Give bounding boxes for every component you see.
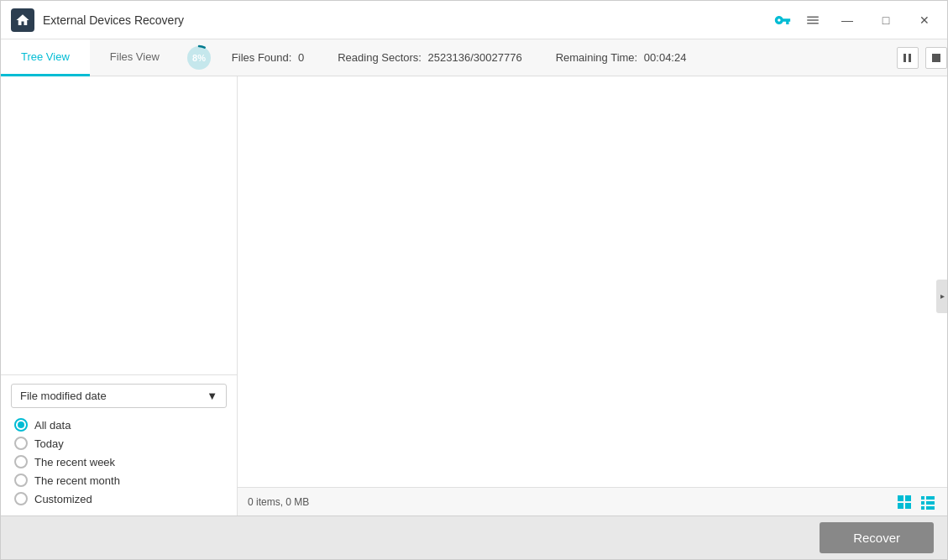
title-bar: External Devices Recovery — □ ✕ [1,1,947,39]
filter-option-today[interactable]: Today [14,437,223,450]
svg-rect-12 [921,501,924,505]
filter-option-all-data[interactable]: All data [14,418,223,432]
svg-rect-6 [898,495,903,501]
maximize-button[interactable]: □ [873,8,898,33]
radio-all-data [14,418,28,432]
radio-customized [14,492,28,505]
svg-rect-9 [905,503,911,509]
tab-files-view[interactable]: Files View [90,39,180,76]
collapse-panel-button[interactable]: ▸ [936,280,947,313]
window-title: External Devices Recovery [43,13,774,27]
close-button[interactable]: ✕ [912,8,937,33]
radio-today [14,437,28,450]
remaining-time: Remaining Time: 00:04:24 [556,51,687,64]
progress-indicator: 8% [180,42,218,74]
filter-option-customized[interactable]: Customized [14,492,223,505]
radio-recent-week [14,455,28,468]
footer: Recover [1,516,947,559]
left-panel: File modified date ▼ All data Today The [1,76,238,516]
svg-rect-14 [921,506,924,510]
minimize-button[interactable]: — [835,8,860,33]
svg-rect-3 [903,54,906,62]
filter-option-recent-month[interactable]: The recent month [14,474,223,487]
pause-button[interactable] [897,47,919,69]
svg-text:8%: 8% [192,53,206,63]
list-view-icon[interactable] [919,493,937,511]
filter-options: All data Today The recent week The recen… [11,415,227,509]
menu-icon[interactable] [804,12,821,29]
key-icon[interactable] [774,12,791,29]
dropdown-chevron-icon: ▼ [207,390,217,402]
svg-rect-13 [926,501,935,505]
file-modified-date-dropdown[interactable]: File modified date ▼ [11,384,227,408]
tab-bar: Tree View Files View 8% Files Found: 0 R… [1,39,947,76]
tree-view-area[interactable] [1,76,237,374]
tab-tree-view[interactable]: Tree View [1,39,90,76]
items-count: 0 items, 0 MB [248,496,309,508]
svg-rect-7 [905,495,911,501]
stop-button[interactable] [925,47,947,69]
svg-rect-4 [909,54,911,62]
right-panel: ▸ 0 items, 0 MB [238,76,947,516]
svg-rect-11 [926,496,935,500]
main-layout: File modified date ▼ All data Today The [1,76,947,516]
file-list-area[interactable] [238,76,947,487]
filter-label: File modified date [20,390,107,402]
scan-info-bar: Files Found: 0 Reading Sectors: 2523136/… [218,51,890,64]
status-bar: 0 items, 0 MB [238,487,947,516]
svg-rect-5 [932,54,940,62]
svg-rect-10 [921,496,924,500]
filter-section: File modified date ▼ All data Today The [1,374,237,516]
recover-button[interactable]: Recover [820,522,934,553]
title-bar-controls: — □ ✕ [774,8,937,33]
view-toggle-icons [895,493,937,511]
main-window: External Devices Recovery — □ ✕ Tree Vie… [0,0,948,560]
files-found: Files Found: 0 [232,51,304,64]
radio-recent-month [14,474,28,487]
grid-view-icon[interactable] [895,493,914,511]
app-icon [11,8,34,32]
svg-rect-8 [898,503,903,509]
reading-sectors: Reading Sectors: 2523136/30027776 [338,51,521,64]
filter-option-recent-week[interactable]: The recent week [14,455,223,468]
svg-rect-15 [926,506,935,510]
